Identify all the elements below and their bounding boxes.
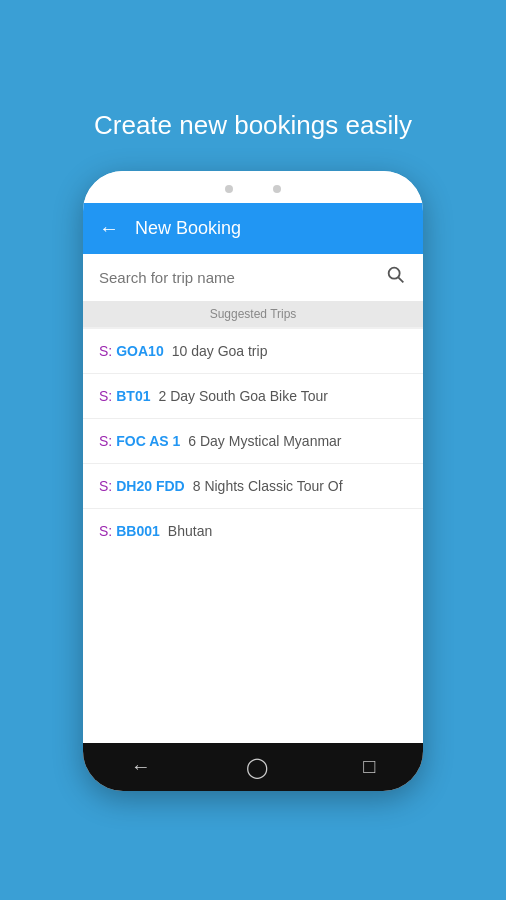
- phone-dot-right: [273, 185, 281, 193]
- nav-home-icon[interactable]: ◯: [246, 755, 268, 779]
- trip-name: 10 day Goa trip: [172, 343, 268, 359]
- section-label: Suggested Trips: [83, 301, 423, 327]
- trip-item[interactable]: S:BT012 Day South Goa Bike Tour: [83, 374, 423, 419]
- search-icon: [385, 264, 407, 291]
- trip-item[interactable]: S:FOC AS 16 Day Mystical Myanmar: [83, 419, 423, 464]
- trip-code: BT01: [116, 388, 150, 404]
- trip-item[interactable]: S:DH20 FDD8 Nights Classic Tour Of: [83, 464, 423, 509]
- trip-list: S:GOA1010 day Goa tripS:BT012 Day South …: [83, 329, 423, 743]
- trip-name: 2 Day South Goa Bike Tour: [158, 388, 327, 404]
- phone-bottom-bar: ← ◯ □: [83, 743, 423, 791]
- nav-back-icon[interactable]: ←: [131, 755, 151, 778]
- trip-code: BB001: [116, 523, 160, 539]
- trip-s-label: S:: [99, 523, 112, 539]
- search-input[interactable]: [99, 269, 375, 286]
- trip-item[interactable]: S:GOA1010 day Goa trip: [83, 329, 423, 374]
- svg-point-0: [389, 267, 400, 278]
- trip-item[interactable]: S:BB001Bhutan: [83, 509, 423, 553]
- trip-code: GOA10: [116, 343, 163, 359]
- app-bar-title: New Booking: [135, 218, 241, 239]
- phone-frame: New Booking Suggested Trips S:GOA1010 da…: [83, 171, 423, 791]
- trip-name: Bhutan: [168, 523, 212, 539]
- trip-s-label: S:: [99, 343, 112, 359]
- trip-s-label: S:: [99, 478, 112, 494]
- trip-s-label: S:: [99, 433, 112, 449]
- trip-name: 8 Nights Classic Tour Of: [193, 478, 343, 494]
- phone-top-bar: [83, 171, 423, 203]
- app-bar: New Booking: [83, 203, 423, 254]
- app-content: Suggested Trips S:GOA1010 day Goa tripS:…: [83, 254, 423, 743]
- trip-code: FOC AS 1: [116, 433, 180, 449]
- nav-recent-icon[interactable]: □: [363, 755, 375, 778]
- svg-line-1: [398, 277, 403, 282]
- page-title: Create new bookings easily: [74, 110, 432, 141]
- trip-s-label: S:: [99, 388, 112, 404]
- search-bar: [83, 254, 423, 301]
- back-button[interactable]: [99, 217, 119, 240]
- trip-code: DH20 FDD: [116, 478, 184, 494]
- phone-dot-left: [225, 185, 233, 193]
- trip-name: 6 Day Mystical Myanmar: [188, 433, 341, 449]
